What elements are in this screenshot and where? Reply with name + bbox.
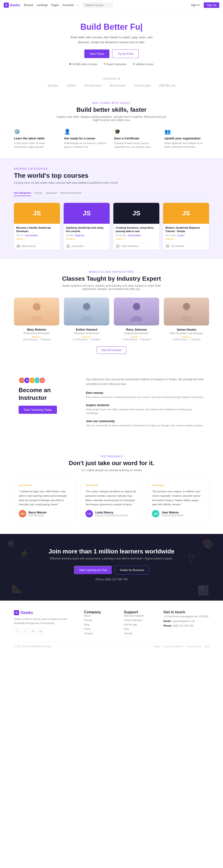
tab-web-dev[interactable]: Web Development — [60, 191, 81, 196]
instructor-students-0: 2 Students — [39, 338, 51, 341]
browse-tabs: All Categories Design Javascript Web Dev… — [14, 191, 209, 198]
signup-button[interactable]: Sign Up — [204, 2, 219, 8]
feature-desc-0: Lorem ipsum dolor sit amet, consectetur … — [14, 141, 59, 149]
try-free-button[interactable]: Try for Free — [112, 50, 138, 58]
footer-bottom-privacy[interactable]: Privacy Policy — [187, 645, 201, 648]
footer-social: f t in yt — [14, 628, 75, 634]
instructor-students-1: 3 Students — [89, 338, 101, 341]
footer-email-label: Email: — [163, 620, 171, 622]
tab-javascript[interactable]: Javascript — [45, 191, 57, 196]
course-duration-2: 25 2h 30m — [116, 234, 127, 237]
footer-phone: Phone: 0900 123 456 789 — [163, 624, 209, 628]
course-instructor-3: Ted Hawkins — [171, 245, 184, 247]
cta-btn1[interactable]: Start Learning for Free — [74, 566, 113, 575]
instructor-name-3: James Davies — [164, 328, 209, 331]
become-point-desc-0: Earn money every time a student purchase… — [86, 395, 204, 399]
testimonials-subtitle: 12+ million people are already learning … — [56, 469, 167, 472]
course-level-2: Intermediate — [128, 234, 141, 237]
feature-icon-3: 👥 — [164, 129, 209, 135]
instructor-stars-3: ★★★★☆ — [164, 336, 209, 338]
become-points: Earn money Earn money every time a stude… — [86, 391, 204, 427]
social-twitter[interactable]: t — [22, 628, 28, 634]
feature-desc-2: Quisque tempus lectus cursus, imperdiet … — [114, 141, 159, 149]
svg-point-1 — [33, 303, 40, 309]
course-stars-0: ★★★☆☆ — [16, 238, 58, 240]
svg-point-7 — [183, 303, 190, 309]
nav-right: Sign In Sign Up — [189, 2, 219, 8]
nav-logo[interactable]: G Geeks — [4, 3, 20, 8]
footer-link-help[interactable]: Help and Support — [124, 614, 154, 617]
why-learn-title: Build better skills, faster — [14, 106, 209, 113]
tab-design[interactable]: Design — [34, 191, 42, 196]
become-point-title-0: Earn money — [86, 391, 204, 395]
footer-link-about[interactable]: About — [84, 614, 115, 617]
stat-courses: 30,000 online courses — [69, 63, 97, 65]
social-linkedin[interactable]: in — [30, 628, 36, 634]
footer-link-blog[interactable]: Blog — [84, 623, 115, 626]
become-right: Top instructors from around the world te… — [86, 377, 204, 432]
stat-lifetime-label: Lifetime access — [136, 63, 154, 65]
footer-link-faq[interactable]: FAQ — [124, 627, 154, 630]
nav-landings[interactable]: Landings — [36, 3, 48, 7]
course-stars-3: ★★★★☆ — [165, 238, 207, 240]
footer-link-app[interactable]: Get the app — [124, 623, 154, 626]
nav-browse[interactable]: Browse — [24, 3, 33, 7]
cta-btn2[interactable]: Geeks for Business — [115, 566, 149, 575]
instructor-stats-3: 1,309 Reviews 2 Students — [164, 338, 209, 341]
social-youtube[interactable]: yt — [38, 628, 44, 634]
course-card-2: JS Creating functions, using them, passi… — [114, 203, 159, 250]
testi-author-role-1: Instructor and Business Analyst — [95, 514, 128, 517]
footer-bottom-terms[interactable]: Terms & Conditions — [163, 645, 184, 648]
course-avatar-2: CR — [116, 244, 120, 248]
footer-bottom-faq[interactable]: FAQ — [204, 645, 209, 648]
instructor-reviews-2: 7,423 Reviews — [122, 338, 138, 341]
nav-pages[interactable]: Pages — [51, 3, 59, 7]
testi-text-2: "Sed pretium risus magna, ac efficitur n… — [152, 489, 204, 507]
instructor-name-1: Esther Howard — [64, 328, 109, 331]
instructor-name-0: Mary Roberts — [14, 328, 59, 331]
browse-title: The world's top courses — [14, 172, 209, 179]
see-all-courses-button[interactable]: See All Courses — [97, 346, 126, 354]
footer-link-instructor[interactable]: Online Instructor — [124, 619, 154, 621]
start-teaching-button[interactable]: Start Teaching Today — [19, 406, 57, 414]
tab-all[interactable]: All Categories — [14, 191, 31, 196]
featured-logo-2: Pinterest — [84, 84, 101, 87]
testi-author-info-1: Linda Shency Instructor and Business Ana… — [95, 511, 128, 517]
footer-link-contact[interactable]: Contact — [84, 632, 115, 635]
cta-buttons: Start Learning for Free Geeks for Busine… — [23, 566, 200, 575]
footer-link-pricing[interactable]: Pricing — [84, 619, 115, 621]
view-plans-button[interactable]: View Plans — [84, 50, 109, 58]
hero-title: Build Better Fu| — [23, 22, 200, 32]
stat-courses-label: 30,000 online courses — [72, 63, 97, 65]
footer-link-tutorial[interactable]: Tutorial — [124, 632, 154, 635]
instructor-students-3: 2 Students — [189, 338, 200, 341]
social-facebook[interactable]: f — [14, 628, 20, 634]
feature-title-0: Learn the latest skills — [14, 136, 59, 140]
course-title-0: Become a Vanilla JavaScript Developer — [16, 226, 58, 233]
hero-stats: 30,000 online courses Expert Instruction… — [23, 63, 200, 65]
course-avatar-1: JB — [66, 244, 70, 248]
footer: G Geeks Geeks is free to use for reuse c… — [0, 600, 223, 652]
testi-author-name-1: Linda Shency — [95, 511, 128, 514]
footer-bottom-about[interactable]: About — [154, 645, 160, 648]
footer-copyright: © 2021 Geeks | All Rights Reserved — [14, 645, 51, 648]
testi-author-name-0: Barry Watson — [29, 511, 47, 514]
course-title-3: Modern JavaScript Beginner Tutorial - Si… — [165, 226, 207, 233]
become-point-title-2: Join our community — [86, 420, 204, 423]
nav-accounts[interactable]: Accounts — [62, 3, 74, 7]
courses-grid: JS Become a Vanilla JavaScript Developer… — [14, 203, 209, 250]
featured-logo-1: aiibn — [67, 84, 76, 87]
search-input[interactable] — [83, 3, 113, 7]
cta-deco-2: ⚡ — [19, 548, 30, 559]
instructor-photo-1 — [64, 298, 109, 326]
footer-contact-title: Get in touch — [163, 610, 209, 614]
nav-more[interactable]: ··· — [77, 3, 79, 7]
svg-point-5 — [133, 303, 140, 309]
footer-logo-text: Geeks — [21, 610, 33, 615]
instructor-stats-2: 7,423 Reviews 4 Students — [114, 338, 159, 341]
testi-card-0: ★★★★★ "I started at stage zero. With Gee… — [14, 479, 76, 522]
feature-icon-1: 👤 — [64, 129, 109, 135]
footer-link-press[interactable]: Press — [84, 627, 115, 630]
course-footer-0: MM Martin Mccoy — [14, 243, 60, 250]
signin-button[interactable]: Sign In — [189, 3, 202, 8]
